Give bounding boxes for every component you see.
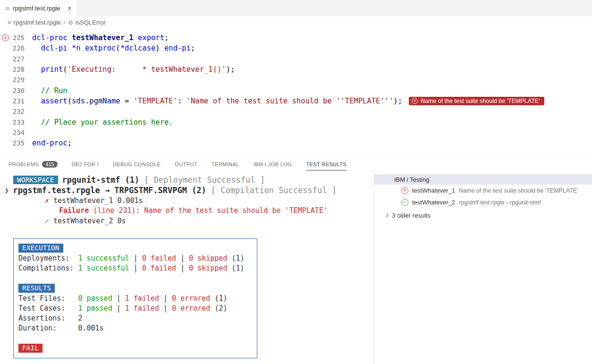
older-results-row[interactable]: › 3 older results: [374, 209, 592, 221]
testing-header-row[interactable]: IBM i Testing: [374, 174, 592, 185]
code-line[interactable]: 229: [0, 75, 592, 85]
text-token: assert: [41, 97, 68, 105]
code-line[interactable]: ✕225dcl-proc testWhatever_1 export;: [0, 33, 592, 43]
text-token: 1 passed: [78, 304, 112, 313]
pass-icon: ✓: [401, 199, 408, 206]
text-token: Assertions:: [18, 314, 78, 322]
panel-tab-terminal[interactable]: TERMINAL: [211, 158, 239, 170]
summary-box: EXECUTIONDeployments: 1 successful | 0 f…: [13, 238, 257, 358]
test-duration: 0.001s: [117, 196, 143, 205]
chevron-expanded-icon[interactable]: ❯: [5, 186, 8, 194]
workspace-badge: WORKSPACE: [13, 176, 58, 184]
test-name: testWhatever_2: [53, 217, 113, 225]
code-line[interactable]: 226 dcl-pi *n extproc(*dclcase) end-pi;: [0, 43, 592, 53]
text-token: |: [159, 304, 172, 313]
editor-gutter: 228: [0, 66, 32, 73]
text-token: *n: [72, 44, 85, 52]
code-text: // Place your assertions here.: [32, 118, 173, 127]
summary-line: Assertions: 2: [18, 313, 252, 323]
text-token: extproc: [85, 44, 116, 52]
text-token: ;: [164, 34, 169, 42]
code-line[interactable]: 232: [0, 106, 592, 117]
code-text: // Run: [32, 86, 68, 95]
workspace-row[interactable]: WORKSPACE rpgunit-stmf (1) [ Deployment …: [0, 175, 374, 185]
editor-tab-bar: ≡ rpgstmf.test.rpgle ×: [0, 0, 592, 17]
text-token: 0 errored: [172, 304, 210, 313]
test-name: testWhatever_1: [53, 196, 113, 205]
execution-badge: EXECUTION: [18, 244, 63, 253]
text-token: end-proc: [32, 139, 68, 147]
text-token: (1): [228, 254, 245, 262]
code-line[interactable]: 230 // Run: [0, 85, 592, 95]
code-line[interactable]: 228 print('Executing: * testWhatever_1()…: [0, 64, 592, 75]
editor-gutter: 233: [0, 119, 32, 126]
testing-item[interactable]: ✕testWhatever_1Name of the test suite sh…: [374, 185, 592, 196]
text-token: 1 successful: [78, 254, 129, 262]
summary-line: Test Cases: 1 passed | 1 failed | 0 erro…: [18, 304, 252, 313]
panel-tab-ibm-i-job-log[interactable]: IBM I JOB LOG: [254, 158, 292, 170]
panel-tab-debug-console[interactable]: DEBUG CONSOLE: [113, 158, 161, 170]
text-token: 0 failed: [142, 264, 176, 272]
text-token: Test Cases:: [18, 304, 78, 313]
symbol-method-icon: ⊘: [68, 19, 73, 26]
text-token: // Place your assertions here.: [41, 118, 173, 127]
code-line[interactable]: 227: [0, 54, 592, 64]
panel-tab-label: PROBLEMS: [8, 161, 39, 167]
line-number: 232: [13, 108, 25, 115]
text-token: 'Executing: * testWhatever_1()': [68, 65, 226, 74]
breadcrumb-symbol[interactable]: isSQLError: [76, 19, 106, 26]
text-token: 0.001s: [78, 324, 103, 332]
code-text: dcl-pi *n extproc(*dclcase) end-pi;: [32, 44, 195, 52]
inline-error-text: Name of the test suite should be 'TEMPLA…: [421, 98, 540, 104]
breadcrumb-file[interactable]: rpgstmf.test.rpgle: [14, 19, 61, 26]
text-token: Test Files:: [18, 294, 78, 303]
text-token: |: [129, 254, 142, 262]
tab-close-icon[interactable]: ×: [68, 4, 72, 13]
text-token: 0 failed: [142, 254, 176, 262]
editor-gutter: 227: [0, 55, 32, 63]
testing-item[interactable]: ✓testWhatever_2rpgstmf.test.rpgle ‹ rpgu…: [374, 196, 592, 208]
text-token: 0 errored: [172, 294, 210, 303]
panel-body: WORKSPACE rpgunit-stmf (1) [ Deployment …: [0, 170, 592, 364]
code-line[interactable]: 231 assert(sds.pgmName = 'TEMPLATE': 'Na…: [0, 96, 592, 106]
panel-tab-label: TEST RESULTS: [306, 161, 347, 167]
text-token: 1 failed: [125, 304, 159, 313]
text-token: [32, 97, 41, 105]
code-editor[interactable]: ✕225dcl-proc testWhatever_1 export;226 d…: [0, 28, 592, 158]
workspace-status: [ Deployment Successful ]: [144, 175, 265, 185]
panel-tab-test-results[interactable]: TEST RESULTS: [306, 158, 347, 170]
panel-tab-problems[interactable]: PROBLEMS415: [8, 158, 58, 170]
error-icon: ✕: [2, 34, 9, 42]
line-number: 233: [13, 119, 25, 126]
code-text: dcl-proc testWhatever_1 export;: [32, 34, 169, 42]
text-token: *dclcase: [120, 44, 156, 52]
test-case-row[interactable]: ✗testWhatever_10.001s: [0, 195, 374, 206]
text-token: ): [155, 44, 164, 52]
editor-tab[interactable]: ≡ rpgstmf.test.rpgle ×: [0, 0, 78, 17]
inline-error-badge[interactable]: ✕Name of the test suite should be 'TEMPL…: [409, 97, 544, 105]
problems-count-badge: 415: [42, 161, 57, 168]
editor-gutter: 230: [0, 87, 32, 94]
test-file-row[interactable]: ❯ rpgstmf.test.rpgle → TRPGSTMF.SRVPGM (…: [0, 185, 374, 195]
failure-message: Failure (line 231): Name of the test sui…: [0, 206, 374, 216]
panel-tab-bar: PROBLEMS415DB2 FOR IDEBUG CONSOLEOUTPUTT…: [0, 158, 592, 170]
text-token: end-pi: [164, 44, 191, 52]
panel-tab-db2-for-i[interactable]: DB2 FOR I: [72, 158, 99, 170]
code-line[interactable]: 233 // Place your assertions here.: [0, 117, 592, 127]
line-number: 228: [13, 66, 25, 73]
text-token: );: [226, 65, 235, 74]
line-number: 226: [13, 44, 25, 52]
text-token: 0 passed: [78, 294, 112, 303]
panel-tab-output[interactable]: OUTPUT: [175, 158, 197, 170]
summary-line: RESULTS: [18, 283, 252, 294]
code-line[interactable]: 234: [0, 127, 592, 138]
rpgle-file-icon: ≡: [8, 19, 11, 25]
code-line[interactable]: 235end-proc;: [0, 138, 592, 148]
text-token: (: [68, 97, 72, 105]
text-token: 0 skipped: [189, 264, 227, 272]
text-token: :: [178, 97, 186, 105]
vscode-window: ≡ rpgstmf.test.rpgle × ≡ rpgstmf.test.rp…: [0, 0, 592, 364]
editor-gutter: 235: [0, 139, 32, 147]
test-case-row[interactable]: ✓testWhatever_20s: [0, 216, 374, 226]
text-token: sds: [72, 97, 85, 105]
